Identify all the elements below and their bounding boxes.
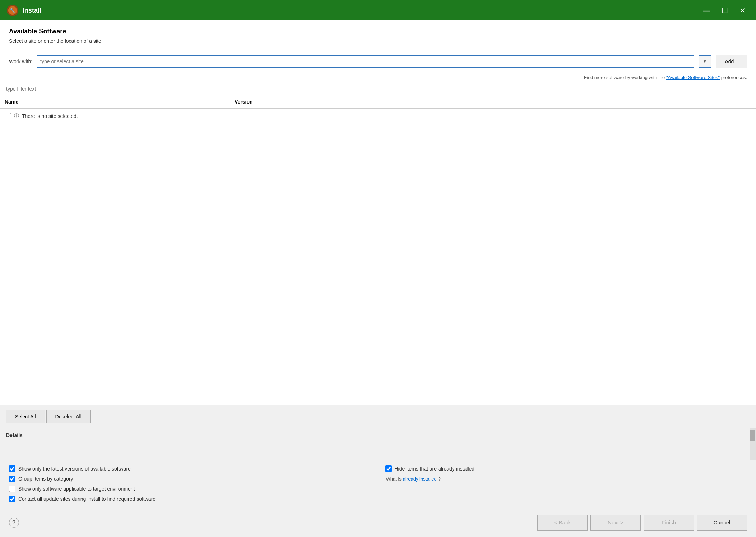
header-subtitle: Select a site or enter the location of a… (9, 38, 747, 44)
details-scrollbar[interactable] (750, 428, 756, 460)
scrollbar-thumb (750, 430, 755, 441)
cb-group-by-category-label: Group items by category (18, 476, 73, 482)
more-software-row: Find more software by working with the "… (0, 73, 756, 83)
column-name: Name (0, 95, 230, 108)
available-software-sites-link[interactable]: "Available Software Sites" (666, 75, 720, 80)
cancel-button[interactable]: Cancel (697, 515, 747, 531)
already-installed-link[interactable]: already installed (403, 476, 437, 482)
finish-button[interactable]: Finish (644, 515, 694, 531)
row-version (230, 113, 345, 119)
table-row: ⓘ There is no site selected. (0, 109, 756, 123)
cb-group-by-category[interactable] (9, 476, 15, 482)
dropdown-arrow[interactable]: ▼ (699, 55, 711, 68)
cb-latest-versions[interactable] (9, 465, 15, 472)
details-section: Details (0, 428, 756, 460)
cb-latest-versions-label: Show only the latest versions of availab… (18, 466, 131, 472)
row-text: There is no site selected. (22, 113, 78, 119)
next-button[interactable]: Next > (590, 515, 641, 531)
column-rest (345, 95, 756, 108)
checkbox-item-3: Show only software applicable to target … (9, 486, 371, 492)
what-is-text: What is (386, 476, 402, 482)
header-section: Available Software Select a site or ente… (0, 20, 756, 50)
software-table: Name Version ⓘ There is no site selected… (0, 95, 756, 405)
column-version: Version (230, 95, 345, 108)
cb-applicable-only-label: Show only software applicable to target … (18, 486, 135, 492)
details-content (6, 441, 750, 455)
checkbox-col-2: Hide items that are already installed Wh… (385, 465, 747, 502)
selection-buttons-row: Select All Deselect All (0, 405, 756, 428)
help-button[interactable]: ? (9, 518, 19, 528)
more-software-text: Find more software by working with the (584, 75, 666, 80)
content-area: Available Software Select a site or ente… (0, 20, 756, 537)
row-checkbox[interactable] (5, 113, 11, 119)
footer-section: ? < Back Next > Finish Cancel (0, 508, 756, 537)
deselect-all-button[interactable]: Deselect All (46, 410, 91, 423)
checkbox-item-1: Show only the latest versions of availab… (9, 465, 371, 472)
checkboxes-section: Show only the latest versions of availab… (0, 460, 756, 508)
work-with-label: Work with: (9, 59, 32, 64)
close-button[interactable]: ✕ (735, 5, 750, 15)
cb-applicable-only[interactable] (9, 486, 15, 492)
checkbox-item-4: Contact all update sites during install … (9, 496, 371, 502)
cb-contact-update-sites-label: Contact all update sites during install … (18, 496, 156, 502)
cb-contact-update-sites[interactable] (9, 496, 15, 502)
work-with-row: Work with: ▼ Add... (0, 50, 756, 73)
filter-input[interactable] (6, 86, 750, 92)
empty-area (0, 123, 756, 249)
svg-text:🔧: 🔧 (10, 8, 16, 14)
checkbox-grid: Show only the latest versions of availab… (9, 465, 747, 502)
back-button[interactable]: < Back (537, 515, 588, 531)
window-icon: 🔧 (6, 4, 19, 17)
add-button[interactable]: Add... (716, 55, 747, 68)
table-header: Name Version (0, 95, 756, 109)
what-is-text-after: ? (438, 476, 441, 482)
cb-hide-installed[interactable] (385, 465, 392, 472)
window-title: Install (23, 7, 699, 14)
checkbox-item-5: Hide items that are already installed (385, 465, 747, 472)
page-title: Available Software (9, 28, 747, 35)
more-software-text-after: preferences. (720, 75, 747, 80)
filter-row (0, 83, 756, 95)
cb-hide-installed-label: Hide items that are already installed (395, 466, 475, 472)
maximize-button[interactable]: ☐ (717, 5, 732, 15)
row-icon: ⓘ (14, 113, 19, 119)
minimize-button[interactable]: — (699, 5, 714, 15)
title-bar: 🔧 Install — ☐ ✕ (0, 0, 756, 20)
what-is-row: What is already installed? (385, 476, 747, 482)
select-all-button[interactable]: Select All (6, 410, 45, 423)
details-label: Details (6, 432, 750, 438)
footer-buttons: < Back Next > Finish Cancel (537, 515, 747, 531)
site-input[interactable] (37, 55, 694, 68)
window-controls: — ☐ ✕ (699, 5, 750, 15)
checkbox-item-2: Group items by category (9, 476, 371, 482)
checkbox-col-1: Show only the latest versions of availab… (9, 465, 371, 502)
install-window: 🔧 Install — ☐ ✕ Available Software Selec… (0, 0, 756, 537)
